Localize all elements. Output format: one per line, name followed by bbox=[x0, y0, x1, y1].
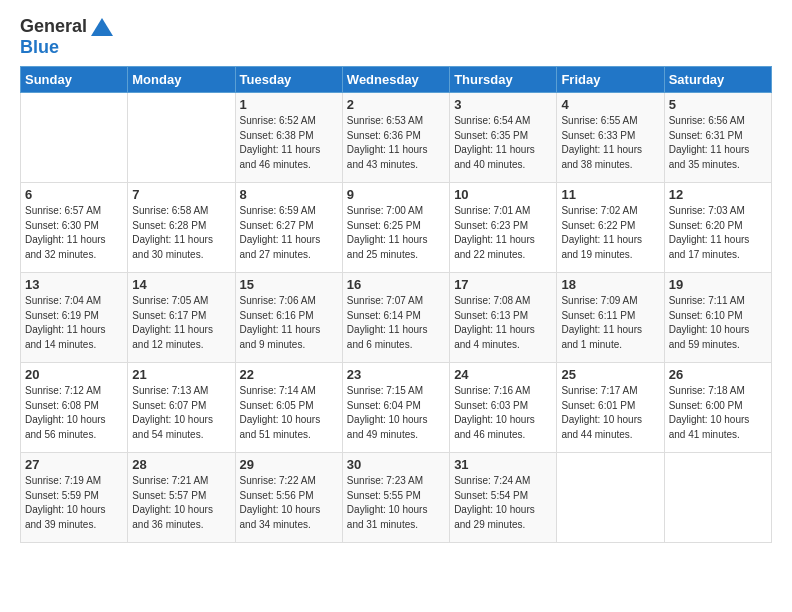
calendar-week-row: 1Sunrise: 6:52 AM Sunset: 6:38 PM Daylig… bbox=[21, 93, 772, 183]
day-number: 15 bbox=[240, 277, 338, 292]
day-info: Sunrise: 7:15 AM Sunset: 6:04 PM Dayligh… bbox=[347, 384, 445, 442]
calendar-cell: 22Sunrise: 7:14 AM Sunset: 6:05 PM Dayli… bbox=[235, 363, 342, 453]
calendar-cell: 6Sunrise: 6:57 AM Sunset: 6:30 PM Daylig… bbox=[21, 183, 128, 273]
weekday-header: Thursday bbox=[450, 67, 557, 93]
calendar-table: SundayMondayTuesdayWednesdayThursdayFrid… bbox=[20, 66, 772, 543]
day-info: Sunrise: 7:17 AM Sunset: 6:01 PM Dayligh… bbox=[561, 384, 659, 442]
day-number: 31 bbox=[454, 457, 552, 472]
day-info: Sunrise: 7:22 AM Sunset: 5:56 PM Dayligh… bbox=[240, 474, 338, 532]
day-info: Sunrise: 7:09 AM Sunset: 6:11 PM Dayligh… bbox=[561, 294, 659, 352]
day-number: 18 bbox=[561, 277, 659, 292]
day-number: 17 bbox=[454, 277, 552, 292]
day-info: Sunrise: 7:00 AM Sunset: 6:25 PM Dayligh… bbox=[347, 204, 445, 262]
day-info: Sunrise: 7:03 AM Sunset: 6:20 PM Dayligh… bbox=[669, 204, 767, 262]
calendar-cell: 26Sunrise: 7:18 AM Sunset: 6:00 PM Dayli… bbox=[664, 363, 771, 453]
day-number: 19 bbox=[669, 277, 767, 292]
day-info: Sunrise: 6:57 AM Sunset: 6:30 PM Dayligh… bbox=[25, 204, 123, 262]
day-info: Sunrise: 7:05 AM Sunset: 6:17 PM Dayligh… bbox=[132, 294, 230, 352]
calendar-cell: 20Sunrise: 7:12 AM Sunset: 6:08 PM Dayli… bbox=[21, 363, 128, 453]
calendar-cell bbox=[557, 453, 664, 543]
day-number: 22 bbox=[240, 367, 338, 382]
day-number: 30 bbox=[347, 457, 445, 472]
day-info: Sunrise: 7:24 AM Sunset: 5:54 PM Dayligh… bbox=[454, 474, 552, 532]
day-number: 1 bbox=[240, 97, 338, 112]
day-number: 20 bbox=[25, 367, 123, 382]
day-info: Sunrise: 7:14 AM Sunset: 6:05 PM Dayligh… bbox=[240, 384, 338, 442]
day-info: Sunrise: 7:01 AM Sunset: 6:23 PM Dayligh… bbox=[454, 204, 552, 262]
day-info: Sunrise: 6:55 AM Sunset: 6:33 PM Dayligh… bbox=[561, 114, 659, 172]
logo-blue: Blue bbox=[20, 37, 59, 57]
day-info: Sunrise: 7:11 AM Sunset: 6:10 PM Dayligh… bbox=[669, 294, 767, 352]
day-number: 8 bbox=[240, 187, 338, 202]
calendar-cell: 27Sunrise: 7:19 AM Sunset: 5:59 PM Dayli… bbox=[21, 453, 128, 543]
day-number: 29 bbox=[240, 457, 338, 472]
day-number: 9 bbox=[347, 187, 445, 202]
day-number: 3 bbox=[454, 97, 552, 112]
calendar-header-row: SundayMondayTuesdayWednesdayThursdayFrid… bbox=[21, 67, 772, 93]
calendar-cell: 18Sunrise: 7:09 AM Sunset: 6:11 PM Dayli… bbox=[557, 273, 664, 363]
page-container: General Blue SundayMondayTuesdayWednesda… bbox=[0, 0, 792, 559]
day-info: Sunrise: 6:58 AM Sunset: 6:28 PM Dayligh… bbox=[132, 204, 230, 262]
day-info: Sunrise: 7:16 AM Sunset: 6:03 PM Dayligh… bbox=[454, 384, 552, 442]
calendar-cell: 25Sunrise: 7:17 AM Sunset: 6:01 PM Dayli… bbox=[557, 363, 664, 453]
calendar-week-row: 6Sunrise: 6:57 AM Sunset: 6:30 PM Daylig… bbox=[21, 183, 772, 273]
day-number: 23 bbox=[347, 367, 445, 382]
calendar-cell: 21Sunrise: 7:13 AM Sunset: 6:07 PM Dayli… bbox=[128, 363, 235, 453]
calendar-cell: 4Sunrise: 6:55 AM Sunset: 6:33 PM Daylig… bbox=[557, 93, 664, 183]
day-info: Sunrise: 6:59 AM Sunset: 6:27 PM Dayligh… bbox=[240, 204, 338, 262]
day-number: 10 bbox=[454, 187, 552, 202]
calendar-cell: 19Sunrise: 7:11 AM Sunset: 6:10 PM Dayli… bbox=[664, 273, 771, 363]
day-info: Sunrise: 6:53 AM Sunset: 6:36 PM Dayligh… bbox=[347, 114, 445, 172]
calendar-cell: 5Sunrise: 6:56 AM Sunset: 6:31 PM Daylig… bbox=[664, 93, 771, 183]
calendar-cell: 12Sunrise: 7:03 AM Sunset: 6:20 PM Dayli… bbox=[664, 183, 771, 273]
day-info: Sunrise: 6:54 AM Sunset: 6:35 PM Dayligh… bbox=[454, 114, 552, 172]
calendar-cell: 9Sunrise: 7:00 AM Sunset: 6:25 PM Daylig… bbox=[342, 183, 449, 273]
day-number: 11 bbox=[561, 187, 659, 202]
day-number: 12 bbox=[669, 187, 767, 202]
day-info: Sunrise: 7:02 AM Sunset: 6:22 PM Dayligh… bbox=[561, 204, 659, 262]
day-number: 6 bbox=[25, 187, 123, 202]
day-info: Sunrise: 7:19 AM Sunset: 5:59 PM Dayligh… bbox=[25, 474, 123, 532]
day-info: Sunrise: 7:18 AM Sunset: 6:00 PM Dayligh… bbox=[669, 384, 767, 442]
calendar-cell: 1Sunrise: 6:52 AM Sunset: 6:38 PM Daylig… bbox=[235, 93, 342, 183]
day-number: 28 bbox=[132, 457, 230, 472]
logo: General Blue bbox=[20, 16, 113, 58]
calendar-cell: 16Sunrise: 7:07 AM Sunset: 6:14 PM Dayli… bbox=[342, 273, 449, 363]
calendar-cell: 2Sunrise: 6:53 AM Sunset: 6:36 PM Daylig… bbox=[342, 93, 449, 183]
day-info: Sunrise: 7:13 AM Sunset: 6:07 PM Dayligh… bbox=[132, 384, 230, 442]
calendar-cell: 3Sunrise: 6:54 AM Sunset: 6:35 PM Daylig… bbox=[450, 93, 557, 183]
day-number: 24 bbox=[454, 367, 552, 382]
day-number: 2 bbox=[347, 97, 445, 112]
calendar-cell: 23Sunrise: 7:15 AM Sunset: 6:04 PM Dayli… bbox=[342, 363, 449, 453]
calendar-week-row: 20Sunrise: 7:12 AM Sunset: 6:08 PM Dayli… bbox=[21, 363, 772, 453]
day-info: Sunrise: 6:56 AM Sunset: 6:31 PM Dayligh… bbox=[669, 114, 767, 172]
weekday-header: Saturday bbox=[664, 67, 771, 93]
svg-marker-0 bbox=[91, 18, 113, 36]
day-number: 13 bbox=[25, 277, 123, 292]
day-info: Sunrise: 7:06 AM Sunset: 6:16 PM Dayligh… bbox=[240, 294, 338, 352]
calendar-cell bbox=[21, 93, 128, 183]
calendar-cell: 15Sunrise: 7:06 AM Sunset: 6:16 PM Dayli… bbox=[235, 273, 342, 363]
day-info: Sunrise: 7:23 AM Sunset: 5:55 PM Dayligh… bbox=[347, 474, 445, 532]
weekday-header: Monday bbox=[128, 67, 235, 93]
weekday-header: Wednesday bbox=[342, 67, 449, 93]
calendar-cell: 28Sunrise: 7:21 AM Sunset: 5:57 PM Dayli… bbox=[128, 453, 235, 543]
day-info: Sunrise: 7:07 AM Sunset: 6:14 PM Dayligh… bbox=[347, 294, 445, 352]
calendar-cell: 17Sunrise: 7:08 AM Sunset: 6:13 PM Dayli… bbox=[450, 273, 557, 363]
day-number: 21 bbox=[132, 367, 230, 382]
day-number: 27 bbox=[25, 457, 123, 472]
calendar-cell: 11Sunrise: 7:02 AM Sunset: 6:22 PM Dayli… bbox=[557, 183, 664, 273]
day-info: Sunrise: 7:04 AM Sunset: 6:19 PM Dayligh… bbox=[25, 294, 123, 352]
day-number: 4 bbox=[561, 97, 659, 112]
calendar-week-row: 27Sunrise: 7:19 AM Sunset: 5:59 PM Dayli… bbox=[21, 453, 772, 543]
calendar-cell: 30Sunrise: 7:23 AM Sunset: 5:55 PM Dayli… bbox=[342, 453, 449, 543]
header: General Blue bbox=[20, 16, 772, 58]
day-number: 26 bbox=[669, 367, 767, 382]
day-number: 7 bbox=[132, 187, 230, 202]
logo-icon bbox=[91, 18, 113, 36]
day-info: Sunrise: 7:08 AM Sunset: 6:13 PM Dayligh… bbox=[454, 294, 552, 352]
calendar-cell: 13Sunrise: 7:04 AM Sunset: 6:19 PM Dayli… bbox=[21, 273, 128, 363]
day-info: Sunrise: 7:12 AM Sunset: 6:08 PM Dayligh… bbox=[25, 384, 123, 442]
calendar-cell: 8Sunrise: 6:59 AM Sunset: 6:27 PM Daylig… bbox=[235, 183, 342, 273]
logo-general: General bbox=[20, 16, 87, 37]
